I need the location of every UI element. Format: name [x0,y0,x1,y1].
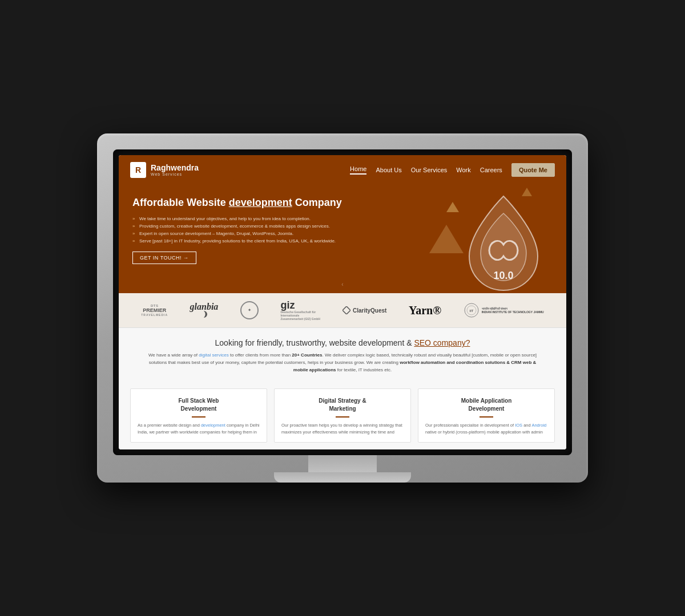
client-circle: ✦ [240,301,259,319]
monitor-stand-neck [308,455,377,472]
nav-home[interactable]: Home [350,165,366,175]
bullet-4: Serve [past 18+] in IT Industry, providi… [132,238,364,244]
clarity-diamond-icon [342,306,350,314]
nav-careers[interactable]: Careers [480,167,502,173]
triangle-decor-3 [522,188,532,196]
client-premier: DTS PREMIER TRAVELMEDIA [141,304,168,317]
logo-sub-text: Web Services [151,172,199,176]
monitor-stand-base [274,472,411,483]
triangle-decor-1 [429,225,464,253]
bullet-2: Providing custom, creative website devel… [132,224,364,229]
svg-marker-3 [522,188,532,196]
monitor-bezel: R Raghwendra Web Services Home About Us … [113,149,572,455]
service-card-fullstack: Full Stack WebDevelopment As a premier w… [130,388,267,443]
svg-marker-1 [429,225,464,253]
service-divider-2 [336,416,349,418]
clients-bar: DTS PREMIER TRAVELMEDIA glanbia ✦ [119,293,566,328]
main-nav: Home About Us Our Services Work Careers … [350,163,555,177]
nav-about[interactable]: About Us [376,167,401,173]
service-desc-digital: Our proactive team helps you to develop … [281,422,404,435]
hero-content: Affordable Website development Company W… [132,196,364,264]
iit-emblem-icon: IIT [464,302,480,318]
service-divider-3 [480,416,493,418]
hero-section: Affordable Website development Company W… [119,185,566,293]
service-title-mobile: Mobile ApplicationDevelopment [425,397,547,413]
seo-link[interactable]: SEO company? [414,338,470,347]
client-yarn: Yarn® [409,304,441,317]
svg-marker-2 [446,202,459,212]
bullet-3: Expert in open source development – Mage… [132,231,364,236]
client-iit: IIT भारतीय प्रौद्योगिकी संस्थान INDIAN I… [464,302,544,318]
monitor-outer: R Raghwendra Web Services Home About Us … [97,133,588,483]
glanbia-moon-icon [197,310,211,319]
client-glanbia: glanbia [190,302,219,319]
drupal-drop-icon: 10.0 [458,191,549,293]
service-title-fullstack: Full Stack WebDevelopment [138,397,260,413]
service-title-digital: Digital Strategy &Marketing [281,397,404,413]
service-desc-mobile: Our professionals specialise in developm… [425,422,547,435]
service-divider-1 [192,416,206,418]
client-clarity: ClarityQuest [342,306,386,314]
quote-button[interactable]: Quote Me [511,163,555,177]
nav-services[interactable]: Our Services [411,167,448,173]
logo-icon: R [130,162,146,178]
bullet-1: We take time to understand your objectiv… [132,216,364,221]
bottom-triangle-decor: ‹ [328,281,357,287]
svg-text:10.0: 10.0 [493,270,513,281]
hero-graphic: 10.0 [458,191,549,282]
hero-title: Affordable Website development Company [132,196,364,209]
monitor-wrapper: R Raghwendra Web Services Home About Us … [97,133,588,483]
nav-work[interactable]: Work [456,167,470,173]
logo-main-text: Raghwendra [151,164,199,172]
monitor-screen: R Raghwendra Web Services Home About Us … [119,155,566,449]
svg-marker-5 [342,306,350,314]
about-title: Looking for friendly, trustworthy, websi… [136,338,549,347]
service-desc-fullstack: As a premier website design and developm… [138,422,260,435]
logo-text-block: Raghwendra Web Services [151,164,199,176]
svg-text:‹: ‹ [341,281,343,287]
about-section: Looking for friendly, trustworthy, websi… [119,328,566,380]
client-giz: giz Deutsche Gesellschaft für Internatio… [280,300,320,321]
site-header: R Raghwendra Web Services Home About Us … [119,155,566,185]
svg-text:IIT: IIT [469,309,473,313]
hero-bullets: We take time to understand your objectiv… [132,216,364,244]
cta-button[interactable]: GET IN TOUCH! → [132,252,196,264]
service-card-digital: Digital Strategy &Marketing Our proactiv… [274,388,411,443]
services-grid: Full Stack WebDevelopment As a premier w… [119,380,566,449]
about-description: We have a wide array of digital services… [143,352,542,374]
triangle-decor-2 [446,202,459,212]
logo-area: R Raghwendra Web Services [130,162,199,178]
service-card-mobile: Mobile ApplicationDevelopment Our profes… [418,388,555,443]
